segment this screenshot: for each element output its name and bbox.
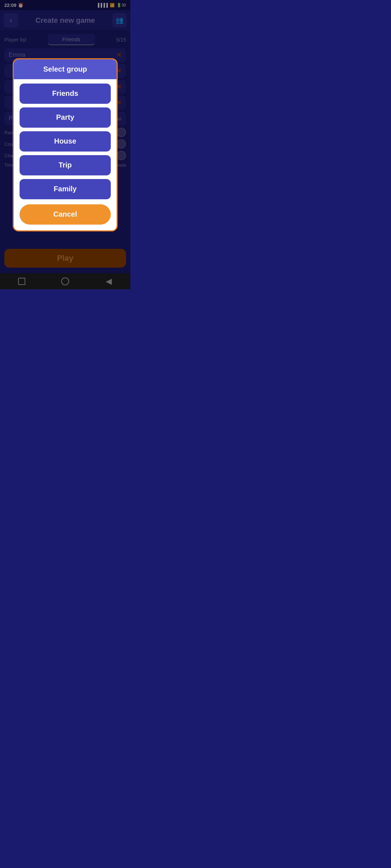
- modal-overlay: Select group Friends Party House Trip Fa…: [0, 0, 130, 289]
- group-family-label: Family: [54, 185, 76, 193]
- group-house-button[interactable]: House: [20, 131, 111, 152]
- modal-body: Friends Party House Trip Family: [14, 79, 117, 199]
- group-trip-button[interactable]: Trip: [20, 155, 111, 175]
- group-party-label: Party: [56, 113, 74, 122]
- select-group-modal: Select group Friends Party House Trip Fa…: [13, 58, 118, 231]
- group-friends-label: Friends: [52, 89, 78, 98]
- cancel-label: Cancel: [53, 210, 77, 218]
- modal-header: Select group: [14, 59, 117, 79]
- group-trip-label: Trip: [59, 161, 72, 169]
- group-party-button[interactable]: Party: [20, 107, 111, 128]
- modal-title: Select group: [20, 65, 111, 73]
- group-family-button[interactable]: Family: [20, 179, 111, 199]
- group-house-label: House: [54, 137, 76, 145]
- group-friends-button[interactable]: Friends: [20, 84, 111, 104]
- cancel-button[interactable]: Cancel: [20, 204, 111, 225]
